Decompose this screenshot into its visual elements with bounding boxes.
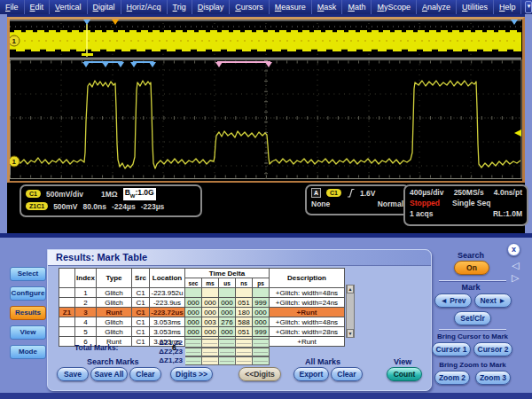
menu-overflow-button[interactable]: ▼ bbox=[525, 1, 532, 13]
menu-item-analyze[interactable]: Analyze bbox=[417, 0, 457, 14]
search-on-button[interactable]: On bbox=[454, 261, 489, 275]
menu-item-mask[interactable]: Mask bbox=[312, 0, 343, 14]
scroll-down-button[interactable]: ▼ bbox=[347, 329, 354, 338]
zoom-hscale: 80.0ns bbox=[83, 202, 106, 211]
ch1-badge: C1 bbox=[26, 190, 41, 198]
tab-select[interactable]: Select bbox=[10, 267, 46, 281]
cell-delta: 276 bbox=[219, 317, 236, 327]
menu-item-vertical[interactable]: Vertical bbox=[50, 0, 88, 14]
acq-state: Stopped bbox=[410, 199, 440, 207]
cell-src: C1 bbox=[132, 288, 150, 298]
next-mark-button[interactable]: Next ► bbox=[474, 293, 512, 308]
trigger-readout[interactable]: A C1 1.6V None Normal bbox=[305, 184, 410, 215]
delta-empty-cell bbox=[253, 348, 270, 356]
menu-item-math[interactable]: Math bbox=[342, 0, 372, 14]
scroll-up-button[interactable]: ▲ bbox=[347, 285, 354, 293]
cell-location: -223.72us bbox=[150, 308, 185, 317]
cell-delta: 000 bbox=[202, 298, 219, 308]
export-button[interactable]: Export bbox=[293, 367, 329, 381]
menu-item-edit[interactable]: Edit bbox=[25, 0, 51, 14]
mark-table-row[interactable]: Z13RuntC1-223.72us000000000180000+Runt bbox=[59, 308, 345, 317]
tab-view[interactable]: View bbox=[10, 325, 46, 340]
cell-index: 5 bbox=[75, 327, 97, 337]
menu-item-digital[interactable]: Digital bbox=[88, 0, 121, 14]
menu-item-display[interactable]: Display bbox=[192, 0, 231, 14]
cell-location: 3.053ms bbox=[150, 327, 185, 337]
clear-all-marks-button[interactable]: Clear bbox=[331, 367, 363, 381]
cursor1-button[interactable]: Cursor 1 bbox=[432, 342, 471, 356]
menu-item-horizacq[interactable]: Horiz/Acq bbox=[121, 0, 168, 14]
cell-location: 3.053ms bbox=[150, 317, 185, 327]
runt-mark-bracket bbox=[215, 62, 272, 67]
cell-delta: 000 bbox=[219, 327, 236, 337]
menu-item-trig[interactable]: Trig bbox=[168, 0, 192, 14]
cell-delta: 000 bbox=[185, 317, 202, 327]
delta-empty-cell bbox=[236, 339, 253, 348]
src-header: Src bbox=[132, 269, 150, 288]
panel-title: Results: Mark Table bbox=[48, 250, 431, 266]
cell-location: -223.952u bbox=[150, 288, 185, 298]
cell-type: Glitch bbox=[97, 317, 132, 327]
mark-table-row[interactable]: 2GlitchC1-223.9us000000000051999+Glitch:… bbox=[59, 298, 345, 308]
zoom-marker-icon bbox=[83, 20, 90, 25]
cell-delta: 000 bbox=[253, 308, 270, 317]
ch1-scale: 500mV/div bbox=[46, 190, 83, 199]
readout-strip: C1 500mV/div 1MΩ BW:1.0G Z1C1 500mV 80.0… bbox=[7, 183, 525, 233]
cursor2-button[interactable]: Cursor 2 bbox=[473, 342, 512, 356]
cell-index: 1 bbox=[75, 288, 97, 298]
sub-header-ms: ms bbox=[202, 278, 219, 288]
acq-mode: Single Seq bbox=[452, 199, 490, 207]
nav-left-icon[interactable]: ◁ bbox=[512, 261, 519, 270]
cell-mark bbox=[59, 298, 75, 308]
cell-delta: 003 bbox=[202, 317, 219, 327]
mark-table: Index Type Src Location Time Delta Descr… bbox=[59, 268, 345, 347]
menu-item-cursors[interactable]: Cursors bbox=[230, 0, 270, 14]
channel-1-badge-main: 1 bbox=[10, 156, 20, 167]
menu-item-myscope[interactable]: MyScope bbox=[372, 0, 417, 14]
cell-description: +Runt bbox=[270, 308, 345, 317]
horizontal-readout[interactable]: 400µs/div 250MS/s 4.0ns/pt Stopped Singl… bbox=[403, 184, 528, 226]
menu-item-help[interactable]: Help bbox=[494, 0, 522, 14]
menu-bar: FileEditVerticalDigitalHoriz/AcqTrigDisp… bbox=[0, 0, 532, 14]
prev-mark-button[interactable]: ◄ Prev bbox=[434, 293, 472, 308]
waveform-trace bbox=[10, 81, 520, 168]
mark-table-row[interactable]: 4GlitchC13.053ms000003276588000+Glitch: … bbox=[59, 317, 345, 327]
mark-label: Mark bbox=[432, 283, 510, 292]
menu-item-measure[interactable]: Measure bbox=[270, 0, 312, 14]
set-clear-mark-button[interactable]: Set/Clr bbox=[454, 311, 491, 325]
save-button[interactable]: Save bbox=[57, 367, 89, 381]
search-marks-label: Search Marks bbox=[87, 357, 139, 366]
view-label: View bbox=[394, 357, 411, 366]
ch1-bandwidth: BW:1.0G bbox=[123, 188, 156, 200]
mark-table-row[interactable]: 5GlitchC13.053ms000000000051999+Glitch: … bbox=[59, 327, 345, 337]
tab-results[interactable]: Results bbox=[10, 306, 46, 320]
cell-delta: 000 bbox=[185, 308, 202, 317]
clear-search-marks-button[interactable]: Clear bbox=[129, 367, 161, 381]
cell-src: C1 bbox=[132, 308, 150, 317]
cell-mark: Z1 bbox=[59, 308, 75, 317]
digits-expand-button[interactable]: Digits >> bbox=[170, 367, 213, 381]
tab-configure[interactable]: Configure bbox=[10, 286, 46, 301]
bring-cursor-label: Bring Cursor to Mark bbox=[430, 332, 515, 340]
all-marks-label: All Marks bbox=[305, 357, 340, 366]
menu-item-file[interactable]: File bbox=[0, 0, 25, 14]
menu-item-utilities[interactable]: Utilities bbox=[457, 0, 494, 14]
digits-collapse-button[interactable]: <<Digits bbox=[239, 367, 281, 381]
trigger-a-badge: A bbox=[311, 188, 321, 198]
cell-index: 4 bbox=[75, 317, 97, 327]
nav-right-icon[interactable]: ▷ bbox=[512, 273, 519, 283]
table-scrollbar[interactable]: ▲ ▼ bbox=[346, 285, 355, 338]
zoom-start: -224µs bbox=[112, 202, 136, 211]
rising-edge-icon bbox=[347, 188, 355, 198]
save-all-button[interactable]: Save All bbox=[90, 367, 128, 381]
count-button[interactable]: Count bbox=[387, 367, 422, 381]
zoom3-button[interactable]: Zoom 3 bbox=[475, 371, 511, 385]
mark-table-row[interactable]: 1GlitchC1-223.952u+Glitch: width=48ns bbox=[59, 288, 345, 298]
mark-table-panel: Results: Mark Table Index Type Src Locat… bbox=[47, 249, 432, 391]
cell-delta bbox=[253, 288, 270, 298]
sub-header-sec: sec bbox=[185, 278, 202, 288]
zoom2-button[interactable]: Zoom 2 bbox=[434, 371, 470, 385]
tab-mode[interactable]: Mode bbox=[10, 345, 46, 359]
reference-arrow-main bbox=[514, 129, 521, 137]
channel-readout[interactable]: C1 500mV/div 1MΩ BW:1.0G Z1C1 500mV 80.0… bbox=[20, 184, 202, 217]
